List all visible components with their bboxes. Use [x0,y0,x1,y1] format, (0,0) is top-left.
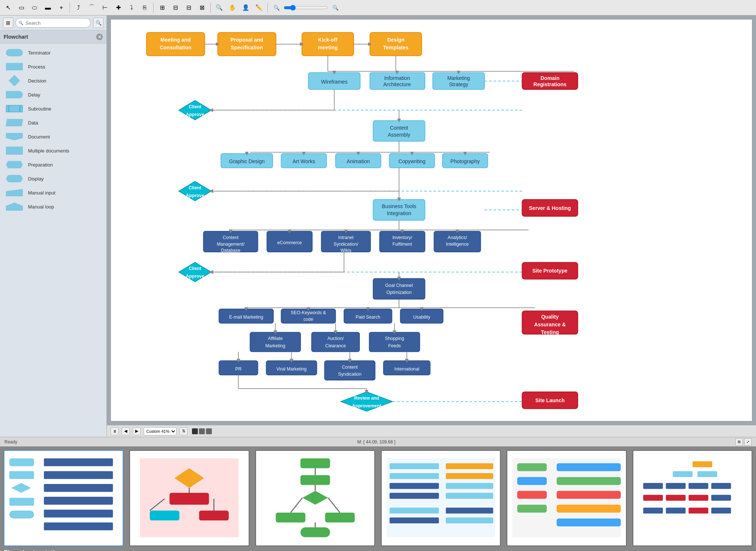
svg-text:Approve: Approve [186,274,204,279]
separator3 [210,3,211,13]
svg-text:Server & Hosting: Server & Hosting [529,205,571,211]
fit-btn[interactable]: ⊞ [735,438,743,446]
distribute-tool[interactable]: ⊠ [196,2,208,14]
lasso-tool[interactable]: ⌖ [55,2,67,14]
process-label: Process [28,64,45,70]
zoom-in-btn[interactable]: 🔍 [329,2,341,14]
preparation-icon-wrapper [5,160,24,169]
sidebar-item-manual-loop[interactable]: Manual loop [0,200,106,214]
svg-rect-180 [300,458,330,468]
user-tool[interactable]: 👤 [240,2,252,14]
svg-text:Inventory/: Inventory/ [392,235,413,240]
sidebar-item-delay[interactable]: Delay [0,88,106,102]
separator1 [70,3,70,13]
oval-tool[interactable]: ⬭ [29,2,41,14]
expand-btn[interactable]: ⤢ [744,438,752,446]
data-shape [6,119,23,126]
svg-marker-182 [302,491,328,505]
svg-text:Meeting and: Meeting and [161,37,191,43]
copy-style-tool[interactable]: ⎘ [139,2,151,14]
next-page-btn[interactable]: ▶ [133,427,141,435]
svg-rect-217 [697,471,717,477]
page-btn-3[interactable] [206,428,212,434]
svg-rect-162 [9,471,34,479]
connection-tool[interactable]: ⤴ [73,2,84,14]
thumbnails-row [4,450,752,546]
canvas-inner[interactable]: Meeting and Consultation Proposal and Sp… [111,19,752,421]
sidebar-item-terminator[interactable]: Terminator [0,46,106,60]
sidebar-search-btn[interactable]: 🔍 [93,18,104,28]
sidebar-item-document[interactable]: Document [0,130,106,144]
svg-rect-185 [300,527,330,537]
terminator-label: Terminator [28,50,50,56]
thumbnail-6[interactable] [633,450,752,546]
svg-rect-170 [44,510,113,517]
svg-rect-183 [276,513,305,523]
svg-rect-227 [666,508,686,513]
pause-btn[interactable]: ⏸ [111,427,119,435]
sidebar-item-data[interactable]: Data [0,116,106,130]
ortho-tool[interactable]: ⊢ [99,2,111,14]
sidebar-title: Flowchart [4,34,28,40]
subroutine-icon-wrapper [5,104,24,113]
page-btn-2[interactable] [199,428,205,434]
multidoc-icon-wrapper [5,146,24,155]
zoom-out-btn[interactable]: 🔍 [270,2,282,14]
thumb-4-preview [382,451,500,545]
flowchart-diagram[interactable]: Meeting and Consultation Proposal and Sp… [111,20,752,421]
document-label: Document [28,134,50,140]
thumbnail-1[interactable] [4,450,123,546]
page-btn-1[interactable] [192,428,198,434]
sidebar-item-manual-input[interactable]: Manual input [0,186,106,200]
zoom-in-tool[interactable]: 🔍 [213,2,225,14]
svg-text:Information: Information [384,75,410,81]
eyedropper-tool[interactable]: ✏️ [253,2,265,14]
data-label: Data [28,120,38,126]
sidebar-grid-btn[interactable]: ⊞ [3,18,13,28]
search-input[interactable] [15,18,91,28]
link-tool[interactable]: ⤵ [126,2,137,14]
svg-text:meeting: meeting [318,45,338,50]
thumbnail-4[interactable] [381,450,501,546]
canvas-area: Meeting and Consultation Proposal and Sp… [107,15,756,437]
thumbnail-2[interactable] [129,450,249,546]
prev-page-btn[interactable]: ◀ [122,427,130,435]
sidebar-close-btn[interactable]: ✕ [96,34,103,40]
svg-text:Consultation: Consultation [160,45,192,50]
thumbnail-3[interactable] [255,450,375,546]
sidebar-item-preparation[interactable]: Preparation [0,158,106,172]
delay-shape [6,91,23,98]
group-tool[interactable]: ⊞ [156,2,168,14]
svg-text:Registrations: Registrations [533,81,567,87]
svg-text:Content: Content [342,365,358,370]
zoom-select[interactable]: Custom 41% 25% 50% 75% 100% 150% 200% [144,427,176,435]
rect-tool[interactable]: ▭ [15,2,27,14]
zoom-slider[interactable] [284,5,328,11]
svg-text:Shopping: Shopping [385,336,404,341]
svg-rect-208 [517,505,547,512]
sidebar-item-decision[interactable]: Decision [0,74,106,88]
svg-rect-7 [302,32,354,56]
sidebar-item-process[interactable]: Process [0,60,106,74]
sidebar-item-display[interactable]: Display [0,172,106,186]
cross-tool[interactable]: ✚ [112,2,124,14]
thumbnail-5[interactable] [507,450,626,546]
svg-rect-226 [643,508,663,513]
align-tool[interactable]: ⊟ [183,2,195,14]
sidebar-item-multiple-documents[interactable]: Multiple documents [0,144,106,158]
svg-text:Assurance &: Assurance & [534,322,566,327]
hand-tool[interactable]: ✋ [227,2,238,14]
manual-input-icon-wrapper [5,188,24,197]
select-tool[interactable]: ↖ [2,2,14,14]
decision-label: Decision [28,78,46,84]
ungroup-tool[interactable]: ⊟ [169,2,181,14]
manual-loop-label: Manual loop [28,204,54,210]
svg-rect-202 [389,517,439,523]
zoom-arrows-btn[interactable]: ⇅ [179,427,188,435]
text-tool[interactable]: ▬ [42,2,54,14]
svg-rect-224 [689,495,708,501]
preparation-label: Preparation [28,162,53,168]
sidebar-item-subroutine[interactable]: Subroutine [0,102,106,116]
svg-text:Domain: Domain [540,75,560,81]
curved-tool[interactable]: ⌒ [86,2,98,14]
